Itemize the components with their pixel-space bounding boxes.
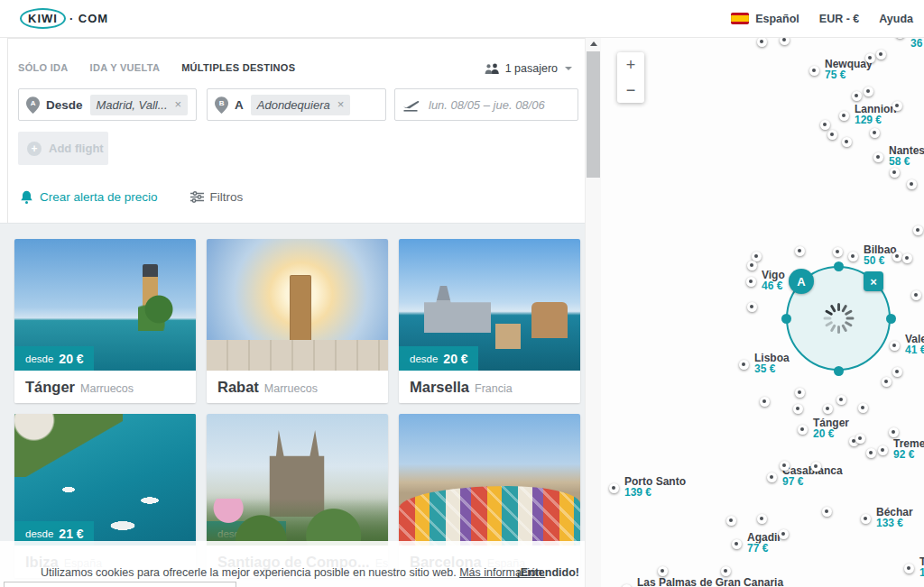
- kiwi-logo[interactable]: KIWI · COM: [20, 8, 108, 29]
- map-dot[interactable]: [822, 507, 832, 517]
- dates-field[interactable]: lun. 08/05 – jue. 08/06: [394, 88, 578, 121]
- kiwi-logo-com: · COM: [69, 12, 108, 25]
- chip-close-icon[interactable]: ×: [175, 100, 182, 109]
- destination-card[interactable]: desde20 €MarsellaFrancia: [399, 239, 580, 403]
- passenger-selector[interactable]: 1 pasajero: [485, 62, 572, 75]
- selection-a-badge[interactable]: A: [789, 269, 814, 294]
- destination-card[interactable]: desde20 €RabatMarruecos: [207, 239, 388, 403]
- plane-takeoff-icon: [402, 98, 420, 112]
- map-dot[interactable]: [752, 252, 762, 261]
- map-dot[interactable]: [779, 529, 789, 539]
- map-dot[interactable]: [855, 434, 865, 444]
- to-field[interactable]: B A Adondequiera ×: [207, 88, 386, 121]
- map-dot[interactable]: [892, 367, 902, 377]
- radius-handle-north[interactable]: [834, 261, 844, 271]
- map-dot[interactable]: [911, 290, 921, 300]
- map-dot[interactable]: [865, 53, 875, 63]
- map-dot[interactable]: [658, 566, 668, 576]
- map-marker-dot: [746, 277, 756, 287]
- trip-type-tab[interactable]: SÓLO IDA: [18, 62, 69, 73]
- map-dot[interactable]: [757, 37, 767, 47]
- map-dot[interactable]: [823, 404, 833, 414]
- map-dot[interactable]: [870, 128, 880, 138]
- map-dot[interactable]: [882, 377, 892, 387]
- map-marker-price: 36 €: [910, 38, 924, 50]
- map-dot[interactable]: [902, 253, 912, 263]
- trip-type-tab[interactable]: IDA Y VUELTA: [90, 62, 161, 73]
- map-dot[interactable]: [780, 461, 790, 471]
- radius-handle-south[interactable]: [834, 366, 844, 376]
- destinations-grid: desde20 €TángerMarruecosdesde20 €RabatMa…: [14, 239, 580, 578]
- map-dot[interactable]: [892, 101, 902, 111]
- map-dot[interactable]: [889, 427, 899, 437]
- map-marker-dot: [622, 584, 632, 587]
- scrollbar-thumb[interactable]: [587, 51, 600, 178]
- map-dot[interactable]: [747, 302, 757, 312]
- radius-handle-east[interactable]: [886, 314, 896, 324]
- to-chip[interactable]: Adondequiera ×: [251, 95, 351, 115]
- map-marker-dot: [809, 66, 819, 76]
- map-dot[interactable]: [913, 225, 923, 235]
- spinner-segment: [837, 326, 840, 334]
- scroll-up-button[interactable]: [586, 37, 601, 50]
- help-link[interactable]: Ayuda: [879, 13, 913, 25]
- language-selector[interactable]: Español: [731, 13, 799, 25]
- map-dot[interactable]: [780, 37, 790, 45]
- spinner-segment: [829, 324, 836, 332]
- map-dot[interactable]: [866, 448, 876, 458]
- map-dot[interactable]: [892, 252, 902, 261]
- radius-handle-west[interactable]: [781, 314, 791, 324]
- add-flight-button[interactable]: + Add flight: [18, 132, 108, 165]
- map-marker-label: Tánger20 €: [813, 417, 849, 440]
- map-dot[interactable]: [757, 514, 767, 524]
- currency-selector[interactable]: EUR - €: [819, 13, 859, 25]
- map-dot[interactable]: [836, 395, 846, 405]
- from-chip[interactable]: Madrid, Vall... ×: [90, 95, 189, 115]
- remove-selection-button[interactable]: ×: [864, 271, 883, 291]
- map-marker-price: 41 €: [905, 344, 924, 356]
- map-dot[interactable]: [858, 403, 868, 413]
- zoom-in-button[interactable]: +: [617, 52, 644, 78]
- map-marker-price: 139 €: [624, 487, 686, 499]
- map-marker-price: 46 €: [762, 280, 785, 292]
- map-dot[interactable]: [833, 247, 843, 257]
- map-dot[interactable]: [721, 566, 731, 576]
- map[interactable]: + − A × 36 €Newquay75 €Lannion129 €Nante…: [600, 37, 924, 587]
- price-amount: 20 €: [443, 352, 467, 366]
- map-dot[interactable]: [760, 397, 770, 407]
- map-dot[interactable]: [795, 246, 805, 256]
- filters-button[interactable]: Filtros: [190, 190, 244, 204]
- map-dot[interactable]: [852, 91, 862, 101]
- map-dot[interactable]: [795, 388, 805, 398]
- map-dot[interactable]: [876, 50, 886, 60]
- map-dot[interactable]: [726, 516, 736, 526]
- map-dot[interactable]: [864, 87, 873, 96]
- cookie-accept-button[interactable]: ¡Entendido!: [517, 566, 579, 579]
- map-dot[interactable]: [820, 120, 830, 130]
- map-marker-price: 75 €: [825, 69, 873, 81]
- map-dot[interactable]: [793, 404, 803, 414]
- card-city: Tánger: [25, 379, 75, 396]
- map-dot[interactable]: [811, 462, 821, 472]
- map-marker-label: Ti15: [919, 556, 924, 579]
- zoom-out-button[interactable]: −: [617, 78, 644, 103]
- map-dot[interactable]: [890, 168, 900, 178]
- spinner-segment: [825, 309, 833, 316]
- chip-close-icon[interactable]: ×: [337, 100, 345, 109]
- price-prefix: desde: [217, 353, 245, 364]
- card-image: desde20 €: [14, 239, 196, 371]
- filters-label: Filtros: [210, 190, 244, 204]
- destination-card[interactable]: desde20 €TángerMarruecos: [14, 239, 196, 403]
- map-dot[interactable]: [907, 179, 917, 189]
- map-dot[interactable]: [842, 137, 852, 147]
- map-marker-dot: [839, 111, 849, 121]
- bell-icon: [20, 190, 33, 204]
- map-dot[interactable]: [747, 261, 757, 271]
- panel-scrollbar[interactable]: [585, 37, 601, 587]
- price-prefix: desde: [217, 528, 245, 539]
- trip-type-tab[interactable]: MÚLTIPLES DESTINOS: [181, 62, 295, 73]
- price-alert-button[interactable]: Crear alerta de precio: [20, 190, 158, 204]
- map-marker-price: 35 €: [754, 363, 790, 375]
- from-field[interactable]: A Desde Madrid, Vall... ×: [18, 88, 197, 121]
- map-dot[interactable]: [827, 130, 837, 140]
